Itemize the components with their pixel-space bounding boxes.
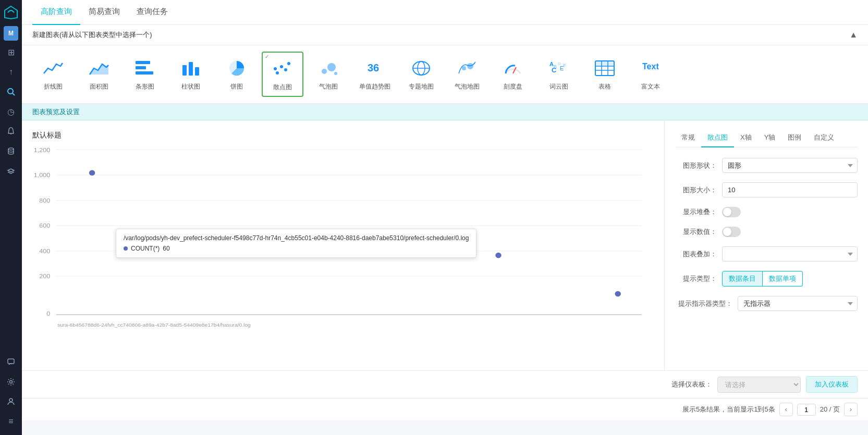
collapse-icon[interactable]: ▲ xyxy=(849,30,858,40)
chart-type-bar-h[interactable]: 条形图 xyxy=(124,52,166,97)
message-icon[interactable] xyxy=(3,354,19,370)
svg-rect-10 xyxy=(136,71,153,74)
search-icon[interactable] xyxy=(3,83,19,100)
svg-point-17 xyxy=(284,68,287,71)
content-area: 新建图表(请从以下图表类型中选择一个) ▲ 折线图 xyxy=(22,25,868,435)
size-input[interactable] xyxy=(722,182,858,197)
chart-type-wordcloud[interactable]: A B C D E F 词云图 xyxy=(538,52,580,97)
upload-icon[interactable]: ↑ xyxy=(3,64,19,80)
tooltip-dot xyxy=(124,246,128,251)
svg-text:1,200: 1,200 xyxy=(34,146,51,153)
chart-type-table[interactable]: 表格 xyxy=(584,52,626,97)
richtext-icon: Text xyxy=(639,56,663,80)
pagination-prev-btn[interactable]: ‹ xyxy=(779,403,793,416)
chart-type-area[interactable]: 面积图 xyxy=(78,52,120,97)
pie-label: 饼图 xyxy=(230,82,243,91)
svg-text:400: 400 xyxy=(39,247,50,254)
settings-tab-yaxis[interactable]: Y轴 xyxy=(758,129,782,147)
show-values-value xyxy=(722,227,858,237)
user-avatar[interactable]: M xyxy=(4,26,18,41)
stack-setting-row: 显示堆叠： xyxy=(675,207,858,217)
svg-rect-13 xyxy=(195,67,199,76)
settings-tab-xaxis[interactable]: X轴 xyxy=(734,129,758,147)
svg-text:600: 600 xyxy=(39,222,50,229)
chart-tooltip: /var/log/pods/yh-dev_prefect-scheduler-f… xyxy=(116,229,476,258)
tooltip-type-row: 提示类型： 数据条目 数据单项 xyxy=(675,271,858,287)
add-to-dashboard-button[interactable]: 加入仪表板 xyxy=(806,376,858,393)
dashboard-select-row: 选择仪表板： 请选择 加入仪表板 xyxy=(671,376,858,393)
gauge-icon xyxy=(501,56,525,80)
settings-tab-custom[interactable]: 自定义 xyxy=(808,129,840,147)
chart-type-bubble-map[interactable]: 气泡地图 xyxy=(446,52,488,97)
bell-icon[interactable] xyxy=(3,123,19,140)
svg-text:sura-6b456788d6-24fvh_cc740806: sura-6b456788d6-24fvh_cc740806-a89a-42b7… xyxy=(57,322,251,328)
home-icon[interactable]: ⊞ xyxy=(3,44,19,60)
svg-point-62 xyxy=(495,253,501,258)
tooltip-type-single-btn[interactable]: 数据单项 xyxy=(763,271,803,287)
overlay-value: 选项1 xyxy=(722,246,858,262)
svg-rect-4 xyxy=(8,359,14,364)
svg-text:800: 800 xyxy=(39,197,50,204)
bar-h-label: 条形图 xyxy=(136,82,154,91)
dashboard-select[interactable]: 请选择 xyxy=(717,377,801,393)
chart-type-trend[interactable]: 36 单值趋势图 xyxy=(353,52,396,97)
svg-line-1 xyxy=(13,93,15,95)
table-label: 表格 xyxy=(598,82,611,91)
chart-type-bar-v[interactable]: 柱状图 xyxy=(170,52,212,97)
chart-type-bubble[interactable]: 气泡图 xyxy=(308,52,349,97)
menu-icon[interactable]: ≡ xyxy=(3,413,19,430)
tooltip-metric: COUNT(*) xyxy=(131,245,160,252)
chart-type-line[interactable]: 折线图 xyxy=(32,52,74,97)
pagination-next-btn[interactable]: › xyxy=(844,403,858,416)
line-label: 折线图 xyxy=(44,82,63,91)
svg-text:F: F xyxy=(563,63,566,68)
svg-point-18 xyxy=(287,62,290,65)
settings-tab-legend[interactable]: 图例 xyxy=(781,129,808,147)
size-value xyxy=(722,182,858,197)
overlay-select[interactable]: 选项1 xyxy=(722,246,858,262)
database-icon[interactable] xyxy=(3,143,19,159)
chart-type-scatter[interactable]: 散点图 xyxy=(262,52,303,97)
show-values-toggle[interactable] xyxy=(722,227,741,237)
user-icon[interactable] xyxy=(3,393,19,410)
bubble-label: 气泡图 xyxy=(319,82,338,91)
chart-type-pie[interactable]: 饼图 xyxy=(216,52,258,97)
richtext-label: 富文本 xyxy=(641,82,660,91)
tooltip-type-item-btn[interactable]: 数据条目 xyxy=(722,271,763,287)
chart-type-richtext[interactable]: Text 富文本 xyxy=(630,52,671,97)
show-values-label: 显示数值： xyxy=(675,227,717,237)
chart-type-map[interactable]: 专题地图 xyxy=(400,52,442,97)
scatter-label: 散点图 xyxy=(273,83,292,92)
shape-value: 圆形 方形 三角形 菱形 xyxy=(722,158,858,173)
area-label: 面积图 xyxy=(90,82,108,91)
settings-tab-scatter[interactable]: 散点图 xyxy=(701,129,734,147)
tab-query-task[interactable]: 查询任务 xyxy=(128,0,176,25)
svg-rect-11 xyxy=(182,65,187,76)
bubble-icon xyxy=(316,56,340,80)
svg-point-0 xyxy=(8,89,13,94)
scatter-icon xyxy=(271,57,295,81)
trend-icon: 36 xyxy=(363,56,387,80)
svg-point-63 xyxy=(615,291,621,297)
clock-icon[interactable]: ◷ xyxy=(3,103,19,120)
overlay-label: 图表叠加： xyxy=(675,250,717,259)
svg-text:0: 0 xyxy=(46,310,50,317)
indicator-type-select[interactable]: 无指示器 线形 阴影 xyxy=(738,296,858,311)
bar-v-icon xyxy=(179,56,203,80)
settings-tabs: 常规 散点图 X轴 Y轴 图例 自定义 xyxy=(675,129,858,147)
layers-icon[interactable] xyxy=(3,163,19,179)
dashboard-label: 选择仪表板： xyxy=(671,380,712,389)
show-values-row: 显示数值： xyxy=(675,227,858,237)
shape-select[interactable]: 圆形 方形 三角形 菱形 xyxy=(722,158,858,173)
tab-simple-query[interactable]: 简易查询 xyxy=(80,0,128,25)
svg-text:Text: Text xyxy=(642,62,659,71)
pagination-page-input[interactable] xyxy=(797,404,816,416)
chart-type-selector: 折线图 面积图 xyxy=(22,45,868,104)
settings-tab-general[interactable]: 常规 xyxy=(675,129,701,147)
svg-point-5 xyxy=(10,381,13,383)
tab-advanced-query[interactable]: 高阶查询 xyxy=(32,0,80,25)
settings-icon[interactable] xyxy=(3,374,19,390)
chart-type-gauge[interactable]: 刻度盘 xyxy=(492,52,534,97)
main-area: 高阶查询 简易查询 查询任务 新建图表(请从以下图表类型中选择一个) ▲ 折线图 xyxy=(22,0,868,435)
stack-toggle[interactable] xyxy=(722,207,741,217)
